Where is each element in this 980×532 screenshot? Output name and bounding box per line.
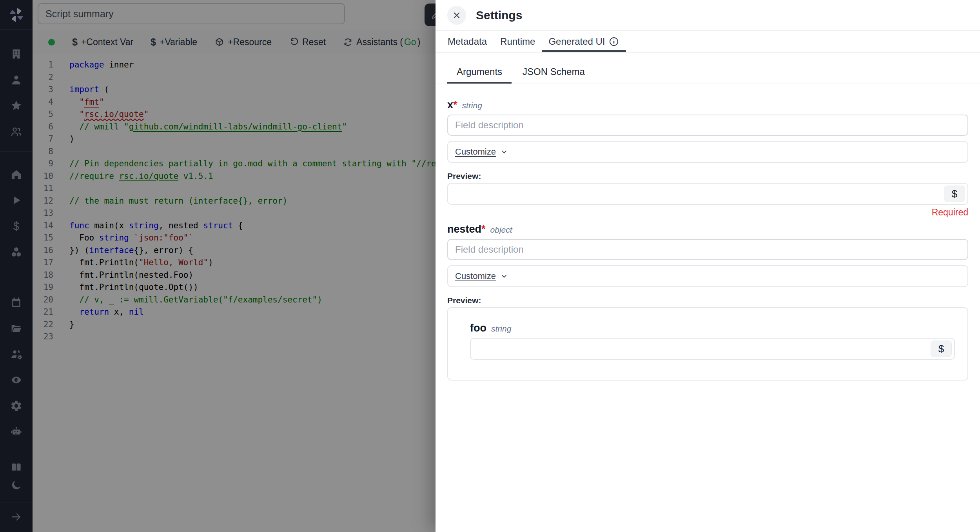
field-foo-label-row: foo string (470, 322, 967, 334)
field-foo-preview-wrap: $ (470, 338, 955, 360)
windmill-script-editor: { "colors": { "sidebar_bg": "#222836", "… (0, 0, 980, 532)
tab-runtime[interactable]: Runtime (494, 31, 542, 52)
generated-ui-subtabs: Arguments JSON Schema (436, 53, 980, 84)
chevron-down-icon (500, 148, 508, 156)
arguments-content: x* string Customize Preview: $ Required … (436, 99, 980, 381)
drawer-header: Settings (436, 0, 980, 31)
close-icon (452, 11, 461, 20)
field-type: string (491, 324, 511, 333)
info-icon (608, 36, 619, 47)
tab-runtime-label: Runtime (500, 36, 535, 47)
tab-metadata[interactable]: Metadata (441, 31, 494, 52)
required-star: * (481, 223, 486, 235)
field-x-label-row: x* string (447, 99, 968, 111)
tab-generated-ui-label: Generated UI (548, 36, 605, 47)
variable-picker-button[interactable]: $ (944, 186, 965, 202)
preview-label: Preview: (447, 171, 968, 181)
field-foo-preview-input[interactable] (471, 339, 954, 359)
field-type: string (462, 101, 482, 110)
field-type: object (490, 225, 512, 235)
field-x-preview-wrap: $ (447, 183, 968, 205)
nested-preview-box: foo string $ (447, 307, 968, 381)
settings-drawer: Settings Metadata Runtime Generated UI A… (436, 0, 980, 532)
tab-metadata-label: Metadata (448, 36, 487, 47)
field-nested-description-input[interactable] (447, 239, 968, 260)
variable-picker-button[interactable]: $ (931, 341, 952, 357)
customize-link[interactable]: Customize (455, 147, 496, 157)
field-name: nested (447, 223, 481, 235)
field-x-preview-input[interactable] (448, 184, 967, 204)
subtab-json-schema[interactable]: JSON Schema (513, 66, 594, 84)
field-nested-customize[interactable]: Customize (447, 265, 968, 287)
field-foo-input-wrap: $ (470, 338, 955, 360)
drawer-title: Settings (476, 9, 522, 22)
field-name: foo (470, 322, 486, 334)
required-star: * (453, 99, 457, 111)
tab-generated-ui[interactable]: Generated UI (542, 31, 626, 52)
field-nested-label-row: nested* object (447, 223, 968, 235)
close-button[interactable] (447, 6, 466, 25)
field-x-customize[interactable]: Customize (447, 141, 968, 163)
field-x-description-input[interactable] (447, 115, 968, 136)
field-name: x (447, 99, 453, 111)
settings-tabs: Metadata Runtime Generated UI (436, 31, 980, 53)
required-message: Required (447, 207, 968, 218)
chevron-down-icon (500, 272, 508, 281)
preview-label: Preview: (447, 296, 968, 305)
subtab-arguments[interactable]: Arguments (447, 66, 512, 84)
customize-link[interactable]: Customize (455, 271, 496, 281)
